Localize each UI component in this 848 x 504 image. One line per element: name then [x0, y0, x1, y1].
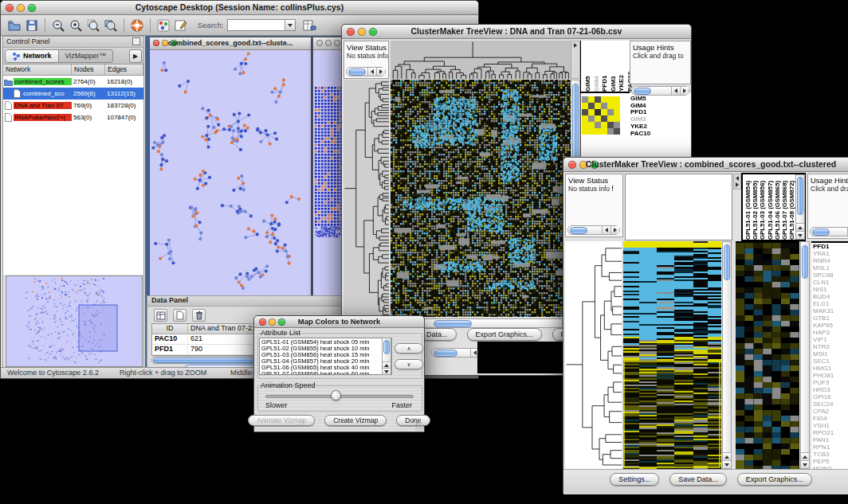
- treeview-titlebar[interactable]: ClusterMaker TreeView : combined_scores_…: [563, 158, 848, 172]
- network-window-title: combined_scores_good.txt--cluste...: [150, 39, 311, 47]
- matrix-cell: [595, 115, 601, 122]
- annotation-icon[interactable]: [172, 17, 190, 34]
- matrix-cell: [614, 115, 620, 122]
- tab-overflow-button[interactable]: ▶: [129, 49, 142, 63]
- gene-label: PFD1: [813, 243, 848, 250]
- view-status-text: No status info f: [566, 185, 622, 193]
- matrix-cell: [601, 115, 607, 122]
- network-window-titlebar[interactable]: combined_scores_good.txt--cluste...: [150, 37, 311, 50]
- status-pan-hint: Middle-: [230, 369, 254, 377]
- attribute-list[interactable]: GPL51-01 (GSM854) heat shock 05 minGPL51…: [259, 338, 392, 375]
- usage-hints-scrollbar[interactable]: [810, 227, 848, 236]
- animation-speed-label: Animation Speed: [261, 381, 316, 389]
- network-tree-row[interactable]: combined_scores2764(0)16218(0): [3, 76, 143, 88]
- help-icon[interactable]: [128, 17, 146, 34]
- zoom-vscrollbar[interactable]: [800, 241, 810, 469]
- resize-grip[interactable]: [415, 423, 423, 431]
- cytoscape-titlebar[interactable]: Cytoscape Desktop (Session Name: collins…: [1, 1, 478, 15]
- network-tree-row[interactable]: DNA and Tran 07769(0)183728(0): [3, 100, 143, 111]
- heatmap[interactable]: [623, 241, 721, 469]
- column-edges[interactable]: Edges: [105, 64, 143, 75]
- save-icon[interactable]: [23, 17, 41, 34]
- attribute-list-scrollbar[interactable]: [382, 338, 391, 375]
- matrix-cell: [588, 96, 595, 103]
- zoom-in-icon[interactable]: [67, 17, 84, 34]
- button-create-vizmap[interactable]: Create Vizmap: [324, 415, 387, 426]
- gene-label: KAP95: [813, 322, 848, 329]
- float-panel-icon[interactable]: [132, 37, 140, 45]
- button-export-graphics-[interactable]: Export Graphics...: [467, 328, 542, 341]
- network-tree-row[interactable]: combined_sco2569(6)13112(15): [3, 88, 143, 100]
- network-view-window-2[interactable]: [312, 37, 345, 299]
- column-label: GPL51-01 (GSM854): [744, 174, 752, 240]
- close-button[interactable]: [316, 40, 323, 46]
- column-dendrogram-area[interactable]: [625, 174, 732, 240]
- similarity-matrix[interactable]: [582, 96, 620, 135]
- network-canvas-2[interactable]: [313, 50, 344, 299]
- column-network[interactable]: Network: [3, 64, 72, 75]
- network-canvas[interactable]: [150, 50, 311, 295]
- vizmapper-icon[interactable]: [155, 17, 172, 34]
- attribute-list-label: Attribute List: [261, 329, 300, 337]
- view-status-scrollbar[interactable]: [567, 225, 620, 235]
- heatmap-vscrollbar[interactable]: [722, 241, 732, 469]
- new-attribute-icon[interactable]: [173, 309, 186, 322]
- button-export-graphics-[interactable]: Export Graphics...: [737, 473, 812, 486]
- dialog-title: Map Colors to Network: [254, 317, 424, 326]
- id-column-header[interactable]: ID: [152, 324, 188, 334]
- column-dendrogram[interactable]: [391, 41, 571, 79]
- zoom-out-icon[interactable]: [49, 17, 67, 34]
- search-dropdown-icon[interactable]: [285, 20, 295, 30]
- dialog-buttons: Animate VizmapCreate VizmapDone: [254, 415, 424, 426]
- dialog-titlebar[interactable]: Map Colors to Network: [254, 316, 424, 328]
- row-dendrogram[interactable]: [565, 241, 622, 469]
- minimize-button[interactable]: [325, 40, 332, 46]
- row-dendrogram[interactable]: [344, 80, 389, 317]
- zoom-selected-icon[interactable]: [84, 17, 102, 34]
- button-done[interactable]: Done: [396, 415, 430, 426]
- heatmap[interactable]: [391, 80, 571, 317]
- delete-attribute-icon[interactable]: [192, 309, 206, 322]
- move-down-button[interactable]: ∨: [395, 359, 423, 369]
- zoom-heatmap[interactable]: [736, 241, 799, 471]
- attribute-item[interactable]: GPL51-07 (GSM868) heat shock 60 min: [261, 371, 391, 375]
- matrix-cell: [595, 103, 601, 109]
- button-settings-[interactable]: Settings...: [610, 473, 659, 486]
- birdseye-view[interactable]: [6, 275, 143, 367]
- matrix-cell: [601, 103, 607, 109]
- column-label: GPL51-06 (GSM865): [774, 174, 781, 240]
- network-tree: combined_scores2764(0)16218(0)combined_s…: [3, 76, 143, 275]
- control-panel: Control Panel Network VizMapper™ ▶ Netwo…: [2, 36, 144, 370]
- zoom-button[interactable]: [334, 40, 340, 46]
- tab-vizmapper[interactable]: VizMapper™: [59, 49, 114, 63]
- treeview-titlebar[interactable]: ClusterMaker TreeView : DNA and Tran 07-…: [342, 25, 691, 39]
- search-input[interactable]: [227, 19, 296, 31]
- usage-hints-text: Click and drag to: [808, 185, 848, 193]
- matrix-cell: [595, 128, 601, 135]
- button-save-data-[interactable]: Save Data...: [669, 473, 727, 486]
- column-label: GIM5: [584, 41, 592, 92]
- network-tree-row[interactable]: RNAPuberNov2+|563(0)107847(0): [3, 111, 143, 123]
- move-up-button[interactable]: ∧: [395, 343, 423, 354]
- column-nodes[interactable]: Nodes: [72, 64, 105, 75]
- doc-icon: [12, 89, 22, 98]
- gene-label: FIG4: [813, 415, 848, 422]
- matrix-cell: [601, 122, 607, 128]
- matrix-cell: [614, 109, 620, 115]
- view-status-scrollbar[interactable]: [346, 67, 386, 76]
- column-labels-scrollbar[interactable]: [795, 174, 805, 240]
- tab-network[interactable]: Network: [5, 49, 59, 63]
- gene-label: ELG1: [813, 300, 848, 307]
- network-edges-count: 107847(0): [105, 114, 143, 121]
- matrix-cell: [582, 96, 588, 103]
- view-status-title: View Status: [566, 174, 622, 185]
- dendrogram-splitter[interactable]: [733, 174, 741, 189]
- zoom-fit-icon[interactable]: [102, 17, 120, 34]
- import-icon[interactable]: [300, 17, 318, 34]
- network-view-window[interactable]: combined_scores_good.txt--cluste...: [149, 37, 312, 296]
- gene-label: YSH1: [813, 422, 848, 429]
- open-icon[interactable]: [6, 17, 23, 34]
- select-attributes-icon[interactable]: [154, 309, 167, 322]
- dendrogram-splitter[interactable]: [571, 41, 580, 79]
- slider-thumb[interactable]: [331, 390, 341, 400]
